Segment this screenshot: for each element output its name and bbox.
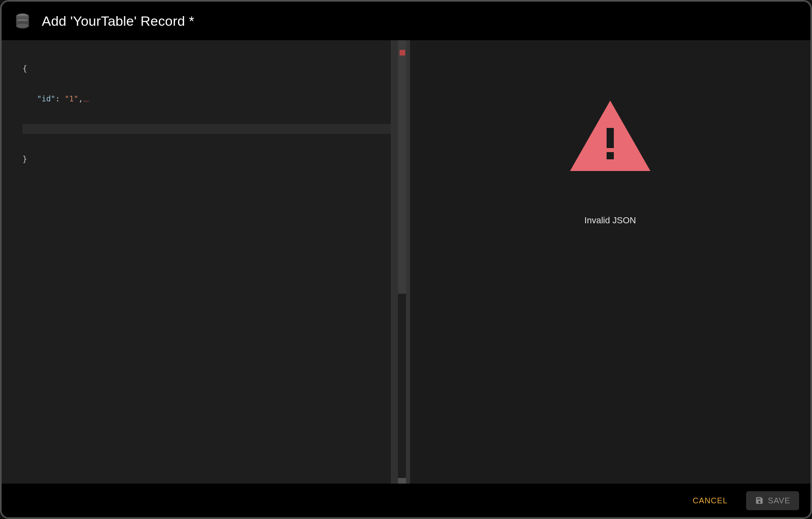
minimap-viewport[interactable] (398, 40, 406, 294)
save-icon (755, 496, 764, 505)
json-key: "id" (37, 94, 55, 103)
dialog-header: Add 'YourTable' Record * (2, 2, 810, 40)
svg-rect-4 (607, 128, 614, 148)
save-button-label: SAVE (768, 496, 790, 505)
splitter-handle[interactable] (406, 40, 410, 484)
editor-minimap[interactable] (398, 40, 406, 484)
json-editor[interactable]: { "id": "1",〰 } (2, 40, 406, 484)
dialog-add-record: Add 'YourTable' Record * { "id": "1",〰 } (0, 0, 812, 519)
brace-open: { (23, 64, 27, 73)
error-squiggle-icon: 〰 (83, 97, 89, 107)
minimap-bottom-marker (398, 478, 406, 484)
save-button[interactable]: SAVE (746, 491, 799, 510)
warning-icon (570, 101, 650, 171)
editor-gutter (2, 40, 23, 484)
minimap-error-marker-icon (400, 50, 405, 56)
dialog-footer: CANCEL SAVE (2, 484, 810, 517)
preview-pane: Invalid JSON (410, 40, 810, 484)
dialog-body: { "id": "1",〰 } Invalid JSON (2, 40, 810, 484)
json-string: "1" (65, 94, 78, 103)
cancel-button[interactable]: CANCEL (685, 492, 735, 509)
json-comma: , (78, 94, 83, 103)
editor-content[interactable]: { "id": "1",〰 } (23, 40, 406, 484)
svg-point-2 (16, 23, 29, 29)
editor-line[interactable]: } (23, 154, 406, 164)
cancel-button-label: CANCEL (693, 496, 728, 505)
editor-line[interactable]: { (23, 64, 406, 74)
editor-overview-ruler (391, 40, 398, 484)
svg-rect-5 (607, 152, 614, 159)
editor-line-error[interactable] (23, 124, 406, 134)
database-icon (13, 11, 32, 31)
validation-message: Invalid JSON (584, 215, 636, 226)
editor-line[interactable]: "id": "1",〰 (23, 94, 406, 104)
json-colon: : (55, 94, 65, 103)
dialog-title: Add 'YourTable' Record * (42, 13, 194, 29)
brace-close: } (23, 154, 27, 163)
